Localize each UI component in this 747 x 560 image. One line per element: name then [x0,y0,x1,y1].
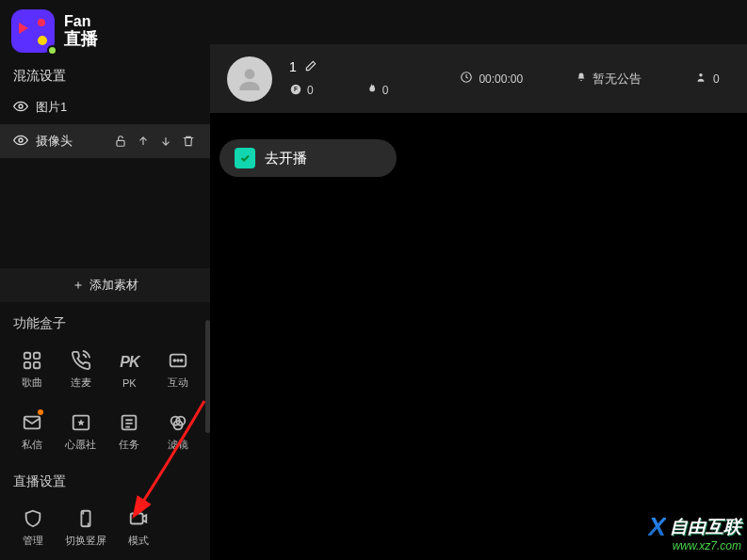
info-bar: 1 F 0 0 00:00:00 [210,44,747,113]
logo-icon [11,9,55,53]
lock-icon[interactable] [112,133,129,150]
livecfg-manage[interactable]: 管理 [8,502,58,554]
svg-point-9 [177,360,179,361]
arrow-up-icon[interactable] [135,133,152,150]
stat-fire: 0 [365,83,389,99]
eye-icon [13,99,28,117]
funcbox-songs[interactable]: 歌曲 [8,344,57,396]
svg-point-19 [245,69,255,79]
funcbox-wish[interactable]: 心愿社 [57,406,106,458]
live-settings-title: 直播设置 [0,460,210,496]
svg-point-1 [19,138,23,142]
funcbox-dm[interactable]: 私信 [8,406,57,458]
pk-icon: PK [119,352,139,373]
trash-icon[interactable] [180,133,197,150]
announcement-text: 暂无公告 [593,71,641,88]
mix-settings-title: 混流设置 [0,62,210,90]
funcbox-label: 歌曲 [22,376,42,390]
person-icon [694,71,707,87]
check-icon [235,148,255,168]
stat-coin: F 0 [289,83,314,99]
watermark: X 自由互联 www.xz7.com [648,512,741,552]
livecfg-label: 管理 [23,534,43,548]
filter-icon [168,412,188,433]
svg-point-10 [181,360,183,361]
svg-point-0 [19,104,23,108]
eye-icon [13,133,28,151]
grid-icon [22,350,42,371]
watermark-brand: 自由互联 [670,515,741,539]
go-live-button[interactable]: 去开播 [219,139,397,177]
add-source-label: 添加素材 [89,277,138,294]
edit-icon[interactable] [304,59,317,75]
announcement[interactable]: 暂无公告 [576,71,641,88]
phone-icon [71,350,91,371]
arrow-down-icon[interactable] [157,133,174,150]
funcbox-label: PK [122,377,137,389]
stream-timer: 00:00:00 [460,71,523,87]
funcbox-filter[interactable]: 滤镜 [154,406,203,458]
source-row-image1[interactable]: 图片1 [0,90,210,124]
rotate-icon [75,508,96,529]
list-icon [119,412,139,433]
funcbox-label: 互动 [168,376,188,390]
funcbox-label: 连麦 [71,376,91,390]
bell-icon [576,72,587,86]
svg-rect-5 [24,362,30,368]
svg-rect-2 [117,140,124,146]
viewer-count-value: 0 [713,72,720,86]
function-box-title: 功能盒子 [0,302,210,338]
funcbox-label: 任务 [119,438,139,452]
funcbox-label: 心愿社 [65,438,96,452]
source-name: 图片1 [36,99,67,116]
watermark-logo: X [648,512,666,542]
funcbox-pk[interactable]: PK PK [106,344,154,396]
source-name: 摄像头 [36,133,73,150]
fire-icon [365,83,378,99]
shield-icon [23,508,43,529]
svg-rect-4 [34,353,40,359]
livecfg-label: 切换竖屏 [65,534,106,548]
svg-rect-6 [34,362,40,368]
clock-icon [460,71,473,87]
svg-point-8 [174,360,176,361]
titlebar-spacer [210,0,747,44]
mode-icon [128,508,149,529]
avatar[interactable] [227,56,272,102]
funcbox-tasks[interactable]: 任务 [106,406,154,458]
app-logo: Fan 直播 [0,0,210,62]
svg-rect-3 [24,353,30,359]
stat-fire-value: 0 [382,84,389,97]
timer-value: 00:00:00 [479,72,523,86]
stat-coin-value: 0 [307,84,314,97]
chat-icon [168,350,188,371]
funcbox-interaction[interactable]: 互动 [154,344,203,396]
source-row-camera[interactable]: 摄像头 [0,124,210,158]
viewer-count: 0 [694,71,720,87]
livecfg-rotate[interactable]: 切换竖屏 [60,502,111,554]
mail-icon [22,412,42,433]
add-source-button[interactable]: 添加素材 [0,268,210,302]
funcbox-lianmai[interactable]: 连麦 [57,344,106,396]
livecfg-mode[interactable]: 模式 [113,502,164,554]
logo-text-2: 直播 [64,30,98,49]
go-live-label: 去开播 [265,150,307,168]
svg-point-23 [699,73,703,77]
user-id: 1 [289,59,297,74]
funcbox-label: 私信 [22,438,42,452]
svg-rect-18 [131,514,143,524]
notification-dot [38,409,43,415]
star-box-icon [71,412,91,433]
funcbox-label: 滤镜 [168,438,188,452]
svg-text:F: F [294,86,298,92]
livecfg-label: 模式 [128,534,149,548]
logo-text-1: Fan [64,13,98,30]
coin-icon: F [289,83,302,99]
